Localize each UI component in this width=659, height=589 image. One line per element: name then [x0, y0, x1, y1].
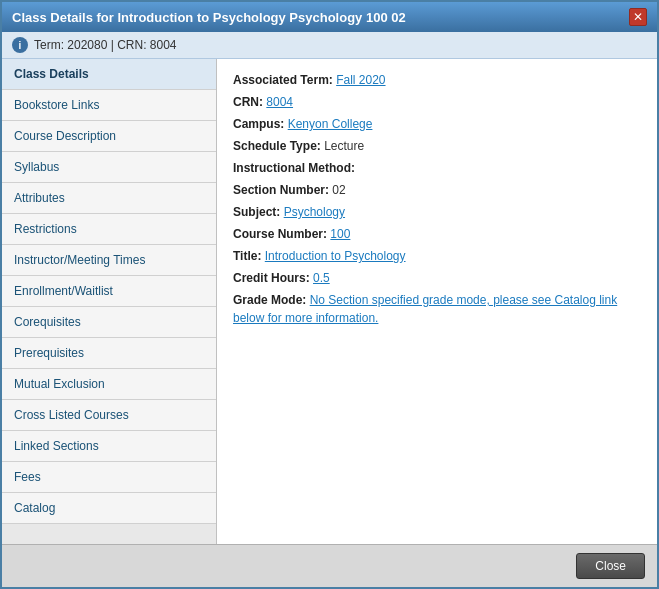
- field-label: Campus:: [233, 117, 288, 131]
- sidebar-item-enrollment-waitlist[interactable]: Enrollment/Waitlist: [2, 276, 216, 307]
- sidebar-item-instructor-meeting-times[interactable]: Instructor/Meeting Times: [2, 245, 216, 276]
- sidebar-item-cross-listed-courses[interactable]: Cross Listed Courses: [2, 400, 216, 431]
- field-label: Associated Term:: [233, 73, 336, 87]
- title-bar: Class Details for Introduction to Psycho…: [2, 2, 657, 32]
- field-value[interactable]: 100: [330, 227, 350, 241]
- field-label: Subject:: [233, 205, 284, 219]
- field-label: Instructional Method:: [233, 161, 355, 175]
- info-bar: i Term: 202080 | CRN: 8004: [2, 32, 657, 59]
- title-close-button[interactable]: ✕: [629, 8, 647, 26]
- sidebar-item-class-details[interactable]: Class Details: [2, 59, 216, 90]
- sidebar-item-course-description[interactable]: Course Description: [2, 121, 216, 152]
- sidebar: Class DetailsBookstore LinksCourse Descr…: [2, 59, 217, 544]
- body: Class DetailsBookstore LinksCourse Descr…: [2, 59, 657, 544]
- dialog: Class Details for Introduction to Psycho…: [0, 0, 659, 589]
- detail-row: Instructional Method:: [233, 159, 641, 177]
- sidebar-item-mutual-exclusion[interactable]: Mutual Exclusion: [2, 369, 216, 400]
- sidebar-item-fees[interactable]: Fees: [2, 462, 216, 493]
- field-label: Course Number:: [233, 227, 330, 241]
- field-value: 02: [332, 183, 345, 197]
- field-label: Grade Mode:: [233, 293, 310, 307]
- detail-row: Campus: Kenyon College: [233, 115, 641, 133]
- field-label: Section Number:: [233, 183, 332, 197]
- sidebar-item-bookstore-links[interactable]: Bookstore Links: [2, 90, 216, 121]
- field-value[interactable]: Kenyon College: [288, 117, 373, 131]
- info-icon: i: [12, 37, 28, 53]
- field-value[interactable]: Introduction to Psychology: [265, 249, 406, 263]
- detail-row: Associated Term: Fall 2020: [233, 71, 641, 89]
- field-value: Lecture: [324, 139, 364, 153]
- field-value[interactable]: Psychology: [284, 205, 345, 219]
- sidebar-item-restrictions[interactable]: Restrictions: [2, 214, 216, 245]
- field-label: Schedule Type:: [233, 139, 324, 153]
- detail-row: Credit Hours: 0.5: [233, 269, 641, 287]
- close-button[interactable]: Close: [576, 553, 645, 579]
- field-label: CRN:: [233, 95, 266, 109]
- detail-row: Schedule Type: Lecture: [233, 137, 641, 155]
- field-label: Credit Hours:: [233, 271, 313, 285]
- dialog-title: Class Details for Introduction to Psycho…: [12, 10, 406, 25]
- sidebar-item-prerequisites[interactable]: Prerequisites: [2, 338, 216, 369]
- field-value[interactable]: 0.5: [313, 271, 330, 285]
- sidebar-item-syllabus[interactable]: Syllabus: [2, 152, 216, 183]
- detail-row: Course Number: 100: [233, 225, 641, 243]
- detail-row: Grade Mode: No Section specified grade m…: [233, 291, 641, 327]
- sidebar-item-catalog[interactable]: Catalog: [2, 493, 216, 524]
- sidebar-item-linked-sections[interactable]: Linked Sections: [2, 431, 216, 462]
- detail-row: CRN: 8004: [233, 93, 641, 111]
- footer: Close: [2, 544, 657, 587]
- term-label: Term: 202080 | CRN: 8004: [34, 38, 177, 52]
- detail-row: Subject: Psychology: [233, 203, 641, 221]
- field-label: Title:: [233, 249, 265, 263]
- sidebar-item-attributes[interactable]: Attributes: [2, 183, 216, 214]
- field-value[interactable]: Fall 2020: [336, 73, 385, 87]
- field-value[interactable]: 8004: [266, 95, 293, 109]
- sidebar-item-corequisites[interactable]: Corequisites: [2, 307, 216, 338]
- detail-row: Title: Introduction to Psychology: [233, 247, 641, 265]
- detail-row: Section Number: 02: [233, 181, 641, 199]
- main-content: Associated Term: Fall 2020CRN: 8004Campu…: [217, 59, 657, 544]
